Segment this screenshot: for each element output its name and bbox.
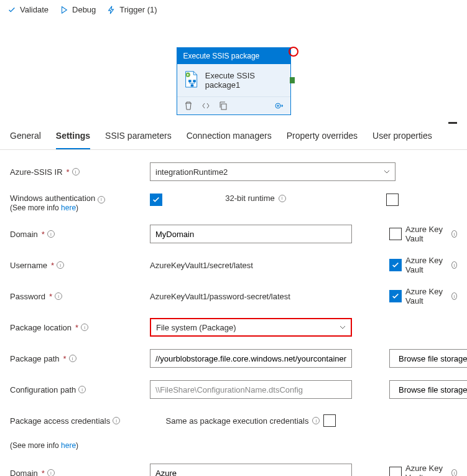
package-path-input[interactable]: [150, 349, 352, 368]
info-icon[interactable]: i: [279, 195, 286, 202]
password-value-1: AzureKeyVault1/password-secret/latest: [150, 292, 290, 301]
delete-icon[interactable]: [183, 101, 193, 111]
trigger-label: Trigger (1): [119, 5, 157, 14]
trigger-button[interactable]: Trigger (1): [107, 5, 157, 14]
row-see-more-2: (See more info here): [10, 436, 457, 455]
azure-ssis-ir-value: integrationRuntime2: [155, 167, 228, 177]
label-azure-ssis-ir: Azure-SSIS IR* i: [10, 167, 150, 177]
label-32bit-runtime: 32-bit runtime: [225, 194, 274, 203]
browse-file-storage-button-2[interactable]: Browse file storage: [389, 380, 467, 399]
tab-settings[interactable]: Settings: [56, 122, 90, 149]
info-icon[interactable]: i: [57, 261, 64, 269]
see-more-info: (See more info here): [10, 203, 105, 212]
same-as-exec-checkbox[interactable]: [323, 414, 336, 427]
chevron-down-icon: [340, 324, 346, 330]
row-config-path: Configuration pathi Browse file storage: [10, 380, 457, 399]
package-location-value: File system (Package): [156, 323, 236, 332]
info-icon[interactable]: i: [451, 469, 457, 476]
row-package-path: Package path*i Browse file storage: [10, 349, 457, 368]
pipeline-canvas[interactable]: Execute SSIS package Execute SSIS packag…: [0, 19, 467, 122]
info-icon[interactable]: i: [451, 292, 457, 300]
domain-input-1[interactable]: [150, 225, 352, 243]
node-header: Execute SSIS package: [177, 48, 290, 64]
32bit-runtime-checkbox[interactable]: [386, 194, 399, 206]
tab-property-overrides[interactable]: Property overrides: [287, 122, 358, 149]
row-windows-auth: Windows authentication i (See more info …: [10, 194, 457, 212]
info-icon[interactable]: i: [312, 417, 320, 424]
node-body: Execute SSIS package1: [177, 64, 290, 96]
settings-form: Azure-SSIS IR* i integrationRuntime2 Win…: [0, 150, 467, 476]
akv-checkbox-domain-2[interactable]: [389, 467, 402, 476]
debug-button[interactable]: Debug: [60, 5, 96, 14]
akv-checkbox-username-1[interactable]: [389, 259, 402, 271]
azure-ssis-ir-select[interactable]: integrationRuntime2: [150, 162, 395, 181]
browse-file-storage-button-1[interactable]: Browse file storage: [389, 349, 467, 368]
node-output-handle[interactable]: [290, 77, 295, 83]
info-icon[interactable]: i: [451, 230, 457, 238]
row-domain-1: Domain*i Azure Key Vaulti: [10, 225, 457, 243]
row-username-1: Username*i AzureKeyVault1/secret/latest …: [10, 256, 457, 274]
windows-auth-checkbox[interactable]: [150, 194, 162, 206]
chevron-down-icon: [384, 169, 390, 175]
info-icon[interactable]: i: [72, 168, 80, 175]
svg-rect-3: [190, 85, 193, 87]
row-domain-2: Domain*i Azure Key Vaulti: [10, 464, 457, 476]
info-icon[interactable]: i: [81, 324, 88, 331]
check-icon: [7, 6, 16, 14]
config-path-input[interactable]: [150, 380, 352, 399]
ssis-package-icon: [183, 70, 199, 90]
play-icon: [60, 6, 68, 14]
akv-label: Azure Key Vault: [405, 464, 448, 476]
package-location-select[interactable]: File system (Package): [150, 318, 352, 337]
here-link-2[interactable]: here: [61, 441, 76, 450]
settings-tabs: General Settings SSIS parameters Connect…: [0, 122, 467, 150]
info-icon[interactable]: i: [47, 469, 55, 476]
row-package-access-creds: Package access credentialsi Same as pack…: [10, 411, 457, 430]
same-as-exec-label: Same as package execution credentials: [166, 416, 309, 426]
akv-label: Azure Key Vault: [405, 256, 448, 274]
info-icon[interactable]: i: [113, 417, 120, 424]
required-asterisk: *: [67, 167, 70, 177]
debug-label: Debug: [72, 5, 96, 14]
tab-user-properties[interactable]: User properties: [372, 122, 432, 149]
validate-label: Validate: [20, 5, 49, 14]
username-value-1: AzureKeyVault1/secret/latest: [150, 261, 253, 270]
svg-rect-4: [221, 104, 226, 110]
node-footer: [177, 96, 290, 114]
status-indicator-circle: [289, 47, 298, 57]
tab-connection-managers[interactable]: Connection managers: [187, 122, 272, 149]
akv-label: Azure Key Vault: [405, 225, 448, 243]
info-icon[interactable]: i: [78, 386, 86, 393]
row-package-location: Package location*i File system (Package): [10, 318, 457, 337]
here-link[interactable]: here: [61, 203, 76, 212]
expand-icon[interactable]: [274, 101, 284, 111]
svg-rect-2: [193, 80, 196, 82]
akv-checkbox-domain-1[interactable]: [389, 228, 402, 240]
svg-rect-1: [188, 80, 192, 82]
akv-label: Azure Key Vault: [405, 287, 448, 306]
tab-ssis-parameters[interactable]: SSIS parameters: [105, 122, 172, 149]
toolbar: Validate Debug Trigger (1): [0, 0, 467, 19]
row-password-1: Password*i AzureKeyVault1/password-secre…: [10, 287, 457, 306]
copy-icon[interactable]: [218, 101, 228, 111]
validate-button[interactable]: Validate: [7, 5, 49, 14]
label-windows-auth: Windows authentication i (See more info …: [10, 194, 150, 212]
see-more-info-2: (See more info here): [10, 441, 78, 450]
info-icon[interactable]: i: [47, 230, 55, 238]
akv-checkbox-password-1[interactable]: [389, 290, 402, 302]
activity-node[interactable]: Execute SSIS package Execute SSIS packag…: [177, 47, 291, 115]
domain-input-2[interactable]: [150, 464, 352, 476]
node-title: Execute SSIS package1: [205, 71, 284, 90]
info-icon[interactable]: i: [55, 292, 62, 300]
lightning-icon: [107, 6, 116, 14]
info-icon[interactable]: i: [69, 355, 76, 362]
info-icon[interactable]: i: [98, 196, 105, 203]
tab-general[interactable]: General: [10, 122, 41, 149]
info-icon[interactable]: i: [451, 261, 457, 269]
code-icon[interactable]: [201, 101, 211, 111]
row-azure-ssis-ir: Azure-SSIS IR* i integrationRuntime2: [10, 162, 457, 181]
